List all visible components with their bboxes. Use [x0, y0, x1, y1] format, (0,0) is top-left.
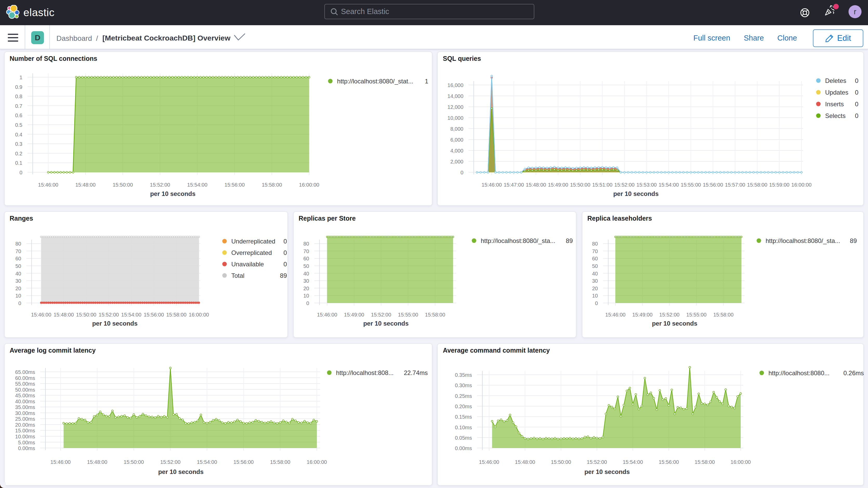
svg-text:16:00:00: 16:00:00 — [299, 182, 319, 188]
svg-text:0: 0 — [18, 300, 21, 306]
svg-text:0: 0 — [855, 77, 858, 84]
svg-text:Underreplicated: Underreplicated — [231, 238, 275, 245]
svg-text:Overreplicated: Overreplicated — [231, 249, 272, 256]
svg-text:0: 0 — [283, 238, 287, 245]
svg-text:50: 50 — [16, 263, 21, 269]
svg-text:15:53:00: 15:53:00 — [637, 182, 657, 188]
svg-text:10: 10 — [303, 293, 309, 299]
svg-text:10: 10 — [592, 293, 598, 299]
svg-text:15:49:00: 15:49:00 — [344, 312, 364, 317]
svg-text:15:54:00: 15:54:00 — [121, 312, 142, 317]
svg-text:0: 0 — [283, 249, 287, 256]
svg-text:30: 30 — [592, 278, 598, 284]
svg-text:0.10ms: 0.10ms — [455, 425, 472, 430]
svg-text:15:58:00: 15:58:00 — [695, 459, 715, 465]
svg-text:30.00ms: 30.00ms — [15, 410, 35, 416]
svg-text:15:54:00: 15:54:00 — [197, 459, 217, 465]
svg-text:60: 60 — [16, 256, 21, 262]
svg-text:15:46:00: 15:46:00 — [51, 459, 71, 465]
svg-text:15:50:00: 15:50:00 — [551, 459, 571, 465]
svg-text:22.74ms: 22.74ms — [404, 369, 428, 376]
svg-text:15:46:00: 15:46:00 — [605, 312, 625, 317]
svg-text:http://localhost:8080/_stat...: http://localhost:8080/_stat... — [337, 78, 413, 85]
svg-text:per 10 seconds: per 10 seconds — [652, 320, 698, 327]
svg-text:Total: Total — [231, 272, 245, 279]
svg-text:0.00ms: 0.00ms — [455, 446, 472, 451]
svg-text:15:59:00: 15:59:00 — [769, 182, 789, 188]
svg-text:25.00ms: 25.00ms — [15, 416, 35, 422]
svg-text:0: 0 — [595, 300, 598, 306]
svg-text:15:57:00: 15:57:00 — [725, 182, 745, 188]
svg-text:15:52:00: 15:52:00 — [99, 312, 119, 317]
svg-text:http://localhost:808...: http://localhost:808... — [336, 369, 394, 376]
svg-text:0.5: 0.5 — [15, 122, 22, 128]
svg-text:50.00ms: 50.00ms — [15, 387, 35, 393]
svg-text:50: 50 — [303, 263, 309, 269]
svg-text:6,000: 6,000 — [451, 137, 463, 143]
svg-text:89: 89 — [280, 272, 287, 279]
svg-text:16,000: 16,000 — [447, 82, 463, 88]
svg-text:15:50:00: 15:50:00 — [124, 459, 144, 465]
svg-text:0.8: 0.8 — [15, 94, 22, 99]
svg-text:40: 40 — [303, 271, 309, 276]
svg-text:15:46:00: 15:46:00 — [479, 459, 499, 465]
svg-text:per 10 seconds: per 10 seconds — [92, 320, 138, 327]
svg-text:15:52:00: 15:52:00 — [150, 182, 170, 188]
svg-text:15:56:00: 15:56:00 — [234, 459, 254, 465]
svg-text:15:58:00: 15:58:00 — [425, 312, 445, 317]
svg-text:15:58:00: 15:58:00 — [270, 459, 290, 465]
svg-text:Average log commit latency: Average log commit latency — [10, 347, 96, 354]
svg-text:Average command commit latency: Average command commit latency — [443, 347, 550, 354]
svg-text:Inserts: Inserts — [825, 100, 844, 108]
svg-text:80: 80 — [16, 241, 21, 247]
svg-text:0.30ms: 0.30ms — [455, 383, 472, 388]
svg-text:1: 1 — [20, 74, 22, 80]
svg-text:15:49:00: 15:49:00 — [548, 182, 568, 188]
svg-text:15:56:00: 15:56:00 — [658, 459, 679, 465]
svg-text:0.3: 0.3 — [15, 141, 22, 147]
svg-text:0.26ms: 0.26ms — [843, 369, 864, 376]
svg-text:15:46:00: 15:46:00 — [31, 312, 51, 317]
svg-text:Deletes: Deletes — [825, 77, 846, 84]
svg-text:20.00ms: 20.00ms — [15, 422, 35, 428]
svg-text:4,000: 4,000 — [451, 148, 463, 154]
svg-text:15:48:00: 15:48:00 — [54, 312, 74, 317]
svg-text:15:54:00: 15:54:00 — [623, 459, 643, 465]
svg-text:0: 0 — [306, 300, 309, 306]
svg-text:10,000: 10,000 — [447, 115, 463, 121]
svg-text:15:58:00: 15:58:00 — [747, 182, 768, 188]
svg-text:http://localhost:8080/_sta...: http://localhost:8080/_sta... — [766, 237, 840, 244]
svg-text:Replicas per Store: Replicas per Store — [299, 215, 356, 222]
svg-text:15:46:00: 15:46:00 — [317, 312, 337, 317]
svg-text:15:58:00: 15:58:00 — [262, 182, 282, 188]
svg-text:2,000: 2,000 — [451, 159, 463, 164]
svg-text:15:52:00: 15:52:00 — [587, 459, 607, 465]
svg-text:0.35ms: 0.35ms — [455, 372, 472, 378]
svg-text:60: 60 — [303, 256, 309, 262]
svg-text:40.00ms: 40.00ms — [15, 399, 35, 404]
svg-text:40: 40 — [16, 271, 21, 276]
svg-text:15:48:00: 15:48:00 — [87, 459, 107, 465]
svg-text:70: 70 — [16, 248, 21, 254]
svg-text:15:56:00: 15:56:00 — [703, 182, 723, 188]
svg-text:0.9: 0.9 — [15, 84, 22, 90]
svg-text:20: 20 — [592, 285, 598, 291]
svg-text:15:52:00: 15:52:00 — [614, 182, 634, 188]
svg-text:12,000: 12,000 — [447, 104, 463, 110]
svg-text:15:48:00: 15:48:00 — [515, 459, 535, 465]
svg-text:http://localhost:8080/_sta...: http://localhost:8080/_sta... — [481, 237, 555, 244]
svg-text:15:52:00: 15:52:00 — [160, 459, 181, 465]
svg-text:15:58:00: 15:58:00 — [166, 312, 187, 317]
svg-text:15:46:00: 15:46:00 — [38, 182, 59, 188]
svg-text:Updates: Updates — [825, 89, 848, 96]
svg-text:15:46:00: 15:46:00 — [482, 182, 502, 188]
svg-text:0: 0 — [20, 170, 22, 175]
svg-text:15:47:00: 15:47:00 — [504, 182, 524, 188]
svg-text:Number of SQL connections: Number of SQL connections — [10, 55, 97, 62]
svg-text:0.20ms: 0.20ms — [455, 403, 472, 409]
svg-text:1: 1 — [425, 78, 428, 85]
svg-text:16:00:00: 16:00:00 — [791, 182, 812, 188]
svg-text:89: 89 — [850, 237, 857, 244]
svg-text:70: 70 — [303, 248, 309, 254]
svg-text:15:50:00: 15:50:00 — [570, 182, 590, 188]
